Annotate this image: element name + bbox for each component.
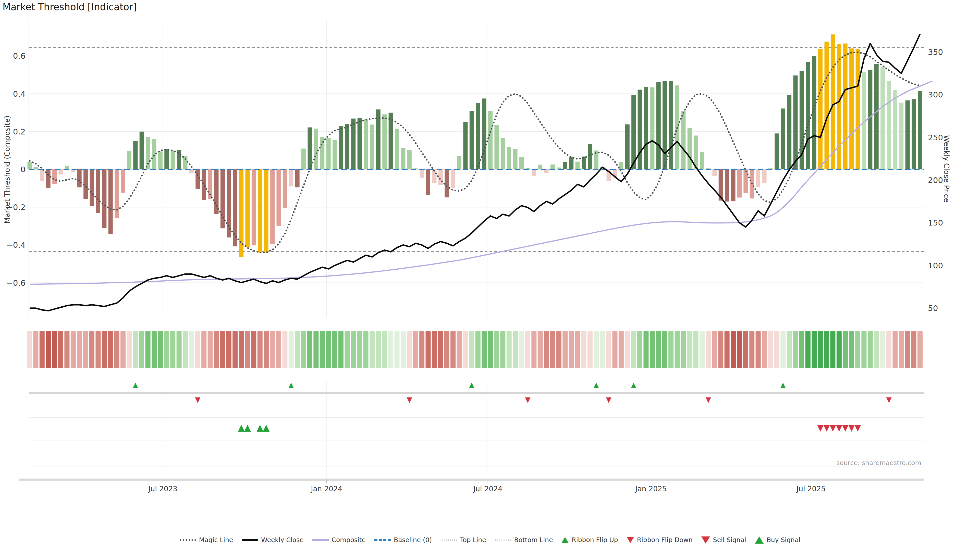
ribbon-cell bbox=[95, 331, 100, 368]
threshold-bar bbox=[519, 157, 524, 169]
threshold-bar bbox=[270, 169, 275, 244]
ribbon-cell bbox=[201, 331, 207, 368]
ribbon-cell bbox=[600, 331, 605, 368]
right-tick-label: 350 bbox=[928, 48, 943, 57]
left-tick-label: 0 bbox=[21, 165, 25, 174]
ribbon-flip-up-marker bbox=[133, 383, 138, 388]
ribbon-cell bbox=[849, 331, 854, 368]
weekly-close-line bbox=[30, 34, 920, 311]
ribbon-cell bbox=[432, 331, 437, 368]
threshold-bar bbox=[874, 64, 879, 169]
threshold-bar bbox=[700, 152, 704, 169]
signal-panel bbox=[29, 380, 924, 478]
ribbon-cell bbox=[918, 331, 923, 368]
legend-label: Buy Signal bbox=[767, 536, 800, 544]
ribbon-cell bbox=[656, 331, 661, 368]
threshold-bar bbox=[488, 111, 493, 169]
ribbon-cell bbox=[612, 331, 617, 368]
ribbon-cell bbox=[905, 331, 910, 368]
legend-label: Ribbon Flip Up bbox=[572, 536, 618, 544]
threshold-bar bbox=[912, 99, 916, 169]
ribbon-cell bbox=[650, 331, 655, 368]
ribbon-cell bbox=[369, 331, 375, 368]
threshold-bar bbox=[233, 169, 237, 246]
threshold-bar bbox=[221, 169, 225, 228]
threshold-bar bbox=[899, 103, 904, 169]
threshold-bar bbox=[258, 169, 262, 252]
ribbon-cell bbox=[768, 331, 773, 368]
ribbon-cell bbox=[694, 331, 698, 368]
sell-signal-icon bbox=[701, 537, 710, 544]
threshold-bar bbox=[469, 111, 474, 169]
ribbon-cell bbox=[208, 331, 213, 368]
buy-signal-marker bbox=[244, 425, 251, 432]
ribbon-cell bbox=[581, 331, 586, 368]
ribbon-cell bbox=[463, 331, 468, 368]
ribbon-cell bbox=[737, 331, 742, 368]
ribbon-strip bbox=[27, 331, 923, 368]
legend-label: Weekly Close bbox=[261, 536, 304, 544]
ribbon-cell bbox=[855, 331, 860, 368]
threshold-bar bbox=[806, 62, 810, 169]
threshold-bar bbox=[420, 169, 424, 178]
ribbon-cell bbox=[83, 331, 88, 368]
ribbon-cell bbox=[706, 331, 711, 368]
threshold-bar bbox=[146, 137, 150, 169]
ribbon-cell bbox=[232, 331, 238, 368]
threshold-bar bbox=[358, 118, 362, 169]
legend-item-ribbon-flip-up: Ribbon Flip Up bbox=[562, 536, 618, 544]
threshold-bar bbox=[158, 151, 162, 169]
buy-signal-marker bbox=[238, 425, 245, 432]
threshold-bar bbox=[513, 149, 517, 169]
ribbon-cell bbox=[606, 331, 611, 368]
threshold-bar bbox=[725, 169, 729, 202]
ribbon-cell bbox=[332, 331, 337, 368]
ribbon-cell bbox=[177, 331, 182, 368]
ribbon-cell bbox=[675, 331, 679, 368]
threshold-bar bbox=[314, 129, 318, 169]
ribbon-flip-up-marker bbox=[288, 383, 294, 388]
threshold-bar bbox=[152, 139, 156, 169]
magic-line bbox=[30, 52, 920, 252]
legend-item-ribbon-flip-down: Ribbon Flip Down bbox=[627, 536, 693, 544]
threshold-bar bbox=[171, 151, 175, 169]
ribbon-flip-down-marker bbox=[195, 397, 200, 403]
ribbon-cell bbox=[818, 331, 823, 368]
threshold-bar bbox=[389, 113, 393, 169]
ribbon-cell bbox=[799, 331, 804, 368]
threshold-bar bbox=[339, 126, 343, 169]
buy-signal-marker bbox=[257, 425, 263, 432]
ribbon-cell bbox=[450, 331, 455, 368]
ribbon-cell bbox=[151, 331, 157, 368]
ribbon-cell bbox=[320, 331, 325, 368]
threshold-bar bbox=[781, 108, 785, 169]
threshold-bar bbox=[880, 67, 885, 169]
legend-item-composite: Composite bbox=[312, 536, 366, 544]
threshold-bar bbox=[831, 35, 835, 169]
ribbon-cell bbox=[77, 331, 82, 368]
ribbon-cell bbox=[500, 331, 505, 368]
ribbon-cell bbox=[301, 331, 306, 368]
ribbon-cell bbox=[743, 331, 748, 368]
threshold-bar bbox=[401, 148, 405, 169]
ribbon-cell bbox=[345, 331, 350, 368]
ribbon-cell bbox=[58, 331, 63, 368]
threshold-bar bbox=[507, 147, 511, 169]
ribbon-cell bbox=[837, 331, 842, 368]
threshold-bar bbox=[619, 162, 623, 169]
ribbon-cell bbox=[824, 331, 829, 368]
ribbon-cell bbox=[787, 331, 792, 368]
legend: Magic LineWeekly CloseCompositeBaseline … bbox=[0, 536, 980, 544]
market-threshold-chart: Jul 2023Jan 2024Jul 2024Jan 2025Jul 2025… bbox=[0, 0, 980, 551]
ribbon-flip-up-marker bbox=[780, 383, 786, 388]
sell-signal-marker bbox=[836, 425, 842, 432]
ribbon-cell bbox=[382, 331, 387, 368]
ribbon-cell bbox=[662, 331, 667, 368]
legend-label: Top Line bbox=[460, 536, 486, 544]
ribbon-cell bbox=[183, 331, 188, 368]
sell-signal-marker bbox=[842, 425, 849, 432]
ribbon-cell bbox=[507, 331, 512, 368]
left-tick-label: −0.6 bbox=[6, 278, 25, 287]
bottom-line-swatch bbox=[495, 540, 511, 540]
ribbon-cell bbox=[158, 331, 163, 368]
